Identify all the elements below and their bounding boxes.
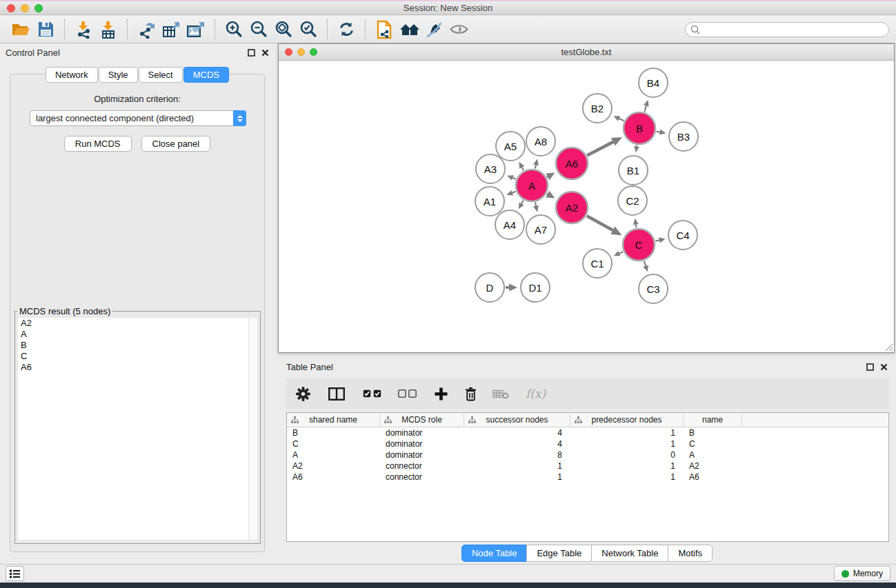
refresh-icon[interactable] — [334, 19, 359, 41]
graph-node-C4[interactable]: C4 — [668, 221, 697, 250]
table-settings-icon[interactable] — [296, 387, 310, 401]
graph-node-A[interactable]: A — [516, 170, 548, 201]
graph-node-A4[interactable]: A4 — [495, 210, 524, 239]
graph-edge-B-B2[interactable] — [619, 119, 624, 121]
table-cell[interactable]: 4 — [464, 439, 570, 449]
graph-edge-A6-B[interactable] — [587, 142, 613, 156]
table-cell[interactable]: A — [287, 450, 380, 460]
graph-edge-B-B3[interactable] — [657, 132, 660, 132]
result-item[interactable]: A — [18, 329, 257, 340]
task-history-button[interactable] — [6, 566, 24, 581]
delete-table-icon[interactable] — [492, 389, 509, 399]
graph-edge-A-A6[interactable] — [547, 176, 548, 177]
criterion-select[interactable]: largest connected component (directed) — [30, 110, 246, 126]
result-list-scrollbar[interactable] — [248, 318, 257, 540]
control-tab-network[interactable]: Network — [46, 67, 98, 83]
table-cell[interactable]: 1 — [570, 439, 684, 449]
hide-analyzer-icon[interactable] — [421, 19, 446, 41]
column-header-successor-nodes[interactable]: successor nodes — [464, 413, 570, 427]
graph-node-C1[interactable]: C1 — [583, 249, 612, 278]
graph-node-B1[interactable]: B1 — [619, 156, 648, 185]
graph-edge-B-B4[interactable] — [644, 105, 646, 112]
select-all-icon[interactable] — [363, 389, 381, 398]
table-cell[interactable]: C — [287, 439, 380, 449]
memory-button[interactable]: Memory — [834, 566, 890, 581]
resize-grip-icon[interactable] — [884, 342, 893, 352]
delete-column-icon[interactable] — [464, 387, 477, 401]
graph-node-D1[interactable]: D1 — [521, 273, 550, 302]
graph-node-A3[interactable]: A3 — [476, 154, 505, 183]
column-header-predecessor-nodes[interactable]: predecessor nodes — [570, 413, 684, 427]
column-header-shared-name[interactable]: shared name — [287, 413, 380, 427]
table-cell[interactable]: 1 — [570, 461, 684, 471]
deselect-all-icon[interactable] — [398, 389, 417, 398]
graph-node-A2[interactable]: A2 — [556, 192, 588, 223]
graph-edge-A2-C[interactable] — [587, 216, 613, 230]
graph-node-A5[interactable]: A5 — [496, 132, 525, 161]
graph-edge-A-A7[interactable] — [535, 202, 536, 205]
zoom-out-icon[interactable] — [246, 19, 271, 41]
graph-node-A1[interactable]: A1 — [475, 187, 504, 216]
table-cell[interactable]: 8 — [464, 450, 570, 460]
table-cell[interactable]: 1 — [570, 472, 684, 482]
table-row[interactable]: Adominator80A — [287, 449, 888, 460]
export-image-icon[interactable] — [183, 19, 208, 41]
zoom-in-icon[interactable] — [221, 19, 246, 41]
graph-node-A7[interactable]: A7 — [526, 215, 555, 244]
table-row[interactable]: Cdominator41C — [287, 438, 888, 449]
network-graph[interactable]: B4B2BB3A8A5A6A3B1AA1C2A2A4A7C4CC1DD1C3 — [279, 61, 894, 352]
graph-edge-C-C3[interactable] — [644, 261, 646, 266]
graph-node-A8[interactable]: A8 — [526, 127, 555, 156]
graph-node-C3[interactable]: C3 — [639, 274, 668, 303]
control-tab-select[interactable]: Select — [139, 67, 183, 83]
import-table-icon[interactable] — [96, 19, 121, 41]
table-tab-edge-table[interactable]: Edge Table — [526, 545, 592, 562]
function-builder-icon[interactable]: f(x) — [526, 387, 546, 401]
zoom-selected-icon[interactable] — [296, 19, 321, 41]
table-cell[interactable]: 4 — [464, 428, 570, 438]
table-cell[interactable]: dominator — [380, 450, 464, 460]
graph-edge-A-A3[interactable] — [512, 178, 515, 179]
table-cell[interactable]: dominator — [380, 428, 464, 438]
run-mcds-button[interactable]: Run MCDS — [64, 136, 132, 152]
graph-node-B[interactable]: B — [624, 112, 655, 144]
graph-edge-C-C2[interactable] — [636, 225, 637, 228]
table-cell[interactable]: C — [684, 439, 742, 449]
graph-node-A6[interactable]: A6 — [556, 148, 588, 179]
table-cell[interactable]: 1 — [464, 461, 570, 471]
column-header-MCDS-role[interactable]: MCDS role — [380, 413, 464, 427]
result-item[interactable]: B — [18, 340, 257, 351]
export-network-icon[interactable] — [134, 19, 159, 41]
zoom-fit-icon[interactable] — [271, 19, 296, 41]
show-hide-icon[interactable] — [446, 19, 471, 41]
table-cell[interactable]: A6 — [684, 472, 742, 482]
network-canvas[interactable]: B4B2BB3A8A5A6A3B1AA1C2A2A4A7C4CC1DD1C3 — [279, 61, 894, 352]
table-cell[interactable]: dominator — [380, 439, 464, 449]
table-cell[interactable]: connector — [380, 472, 464, 482]
table-cell[interactable]: A6 — [287, 472, 380, 482]
table-cell[interactable]: connector — [380, 461, 464, 471]
result-item[interactable]: A2 — [18, 318, 257, 329]
search-input[interactable] — [704, 25, 888, 34]
result-item[interactable]: C — [18, 351, 257, 362]
show-columns-icon[interactable] — [328, 387, 345, 401]
graph-node-C2[interactable]: C2 — [618, 186, 647, 215]
column-header-name[interactable]: name — [684, 413, 742, 427]
import-network-icon[interactable] — [71, 19, 96, 41]
float-panel-icon[interactable] — [248, 49, 255, 57]
table-cell[interactable]: A2 — [684, 461, 742, 471]
home-icon[interactable] — [397, 19, 421, 41]
table-cell[interactable]: 1 — [464, 472, 570, 482]
table-cell[interactable]: B — [287, 428, 380, 438]
table-tab-motifs[interactable]: Motifs — [668, 545, 713, 562]
graph-node-D[interactable]: D — [475, 273, 504, 302]
close-panel-button[interactable]: Close panel — [141, 136, 211, 152]
result-item[interactable]: A6 — [18, 362, 257, 373]
table-row[interactable]: A6connector11A6 — [287, 472, 888, 483]
table-cell[interactable]: B — [684, 428, 742, 438]
graph-edge-C-C4[interactable] — [655, 240, 659, 241]
graph-node-B2[interactable]: B2 — [583, 94, 612, 123]
float-table-panel-icon[interactable] — [866, 363, 874, 371]
control-tab-mcds[interactable]: MCDS — [183, 67, 229, 83]
network-window-titlebar[interactable]: testGlobe.txt — [279, 44, 894, 61]
